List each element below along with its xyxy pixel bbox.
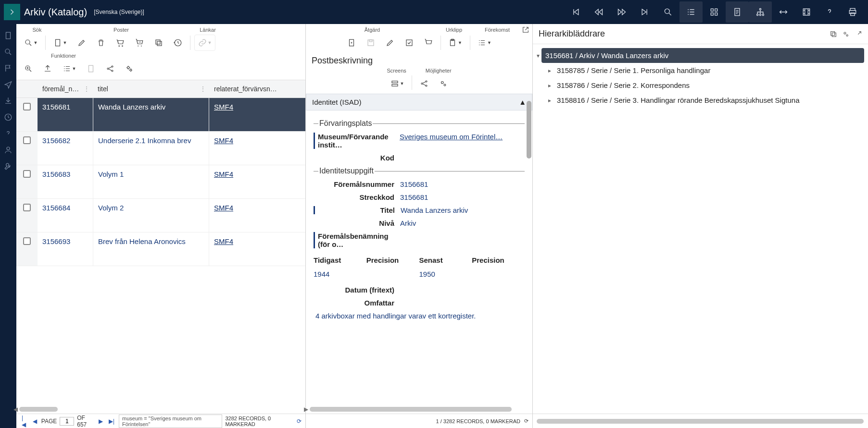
rel-link[interactable]: SMF4 bbox=[214, 103, 233, 111]
mid-share-button[interactable] bbox=[416, 75, 432, 92]
help-button[interactable] bbox=[818, 1, 841, 23]
settings-button[interactable] bbox=[121, 61, 138, 77]
nav-first-button[interactable] bbox=[564, 1, 587, 23]
copy-button[interactable] bbox=[151, 35, 167, 51]
popout-button[interactable] bbox=[522, 26, 529, 34]
mid-refresh-button[interactable]: ⟳ bbox=[524, 418, 528, 424]
value-museum[interactable]: Sveriges museum om Förintel… bbox=[400, 133, 503, 141]
table-row[interactable]: 3156693Brev från Helena AronovicsSMF4 bbox=[16, 232, 305, 266]
mid-occurrence-button[interactable]: ▼ bbox=[474, 35, 495, 51]
rail-help[interactable] bbox=[3, 129, 13, 138]
menu-toggle-button[interactable] bbox=[4, 4, 20, 20]
row-checkbox[interactable] bbox=[23, 103, 31, 110]
new-record-button[interactable]: ▼ bbox=[50, 35, 71, 51]
detail-view-button[interactable] bbox=[726, 1, 749, 23]
row-checkbox[interactable] bbox=[23, 170, 31, 178]
table-row[interactable]: 3156684Volym 2SMF4 bbox=[16, 199, 305, 232]
col-menu-icon[interactable]: ⋮ bbox=[83, 85, 90, 93]
rail-download[interactable] bbox=[3, 96, 13, 106]
mid-check-button[interactable] bbox=[401, 35, 417, 51]
rail-send[interactable] bbox=[3, 80, 13, 89]
zoom-in-button[interactable] bbox=[20, 61, 37, 77]
delete-button[interactable] bbox=[93, 35, 109, 51]
cart-add-button[interactable] bbox=[112, 35, 128, 51]
rail-document[interactable] bbox=[3, 31, 13, 40]
media-button[interactable] bbox=[795, 1, 818, 23]
tree-node-label: 3158785 / Serie / Serie 1. Personliga ha… bbox=[557, 66, 710, 74]
mid-cart-button[interactable] bbox=[420, 35, 437, 51]
row-checkbox[interactable] bbox=[23, 204, 31, 211]
grid-view-button[interactable] bbox=[703, 1, 726, 23]
rail-user[interactable] bbox=[3, 145, 13, 155]
rel-link[interactable]: SMF4 bbox=[214, 237, 233, 245]
table-row[interactable]: 3156681Wanda Lanzers arkivSMF4 bbox=[16, 98, 305, 132]
search-button[interactable] bbox=[656, 1, 679, 23]
filter-expression[interactable]: museum = "Sveriges museum om Förintelsen… bbox=[119, 415, 222, 428]
share-button[interactable] bbox=[102, 61, 118, 77]
hierarchy-view-button[interactable] bbox=[749, 1, 772, 23]
document-icon bbox=[732, 7, 742, 17]
rel-link[interactable]: SMF4 bbox=[214, 170, 233, 178]
cell-title: Brev från Helena Aronovics bbox=[93, 232, 209, 266]
tree-child-node[interactable]: ▸3158786 / Serie / Serie 2. Korresponden… bbox=[544, 78, 864, 93]
col-rel[interactable]: relaterat_förvärvsn… bbox=[209, 80, 305, 98]
mid-edit-button[interactable] bbox=[382, 35, 398, 51]
page-next-button[interactable]: ▶ bbox=[97, 418, 104, 425]
tree-child-node[interactable]: ▸3158785 / Serie / Serie 1. Personliga h… bbox=[544, 63, 864, 78]
history-button[interactable] bbox=[170, 35, 186, 51]
svg-rect-35 bbox=[392, 81, 398, 83]
export-button[interactable] bbox=[39, 61, 56, 77]
mid-settings-button[interactable] bbox=[435, 75, 452, 92]
col-menu-icon[interactable]: ⋮ bbox=[200, 85, 206, 93]
caret-right-icon[interactable]: ▸ bbox=[548, 67, 554, 74]
row-checkbox[interactable] bbox=[23, 237, 31, 245]
col-title[interactable]: titel⋮ bbox=[93, 80, 209, 98]
page-input[interactable] bbox=[60, 417, 74, 426]
grid-body[interactable]: 3156681Wanda Lanzers arkivSMF43156682Und… bbox=[16, 98, 305, 405]
hier-popout-button[interactable] bbox=[830, 30, 837, 38]
edit-button[interactable] bbox=[74, 35, 90, 51]
nav-next-button[interactable] bbox=[610, 1, 633, 23]
rel-link[interactable]: SMF4 bbox=[214, 204, 233, 212]
page-prev-button[interactable]: ◀ bbox=[31, 418, 38, 425]
help-icon bbox=[4, 129, 13, 138]
col-id[interactable]: föremål_n…⋮ bbox=[38, 80, 93, 98]
horizontal-scrollbar[interactable]: ◀▶ bbox=[16, 405, 305, 414]
rail-flag[interactable] bbox=[3, 63, 13, 73]
mid-horizontal-scrollbar[interactable] bbox=[306, 405, 532, 414]
rel-link[interactable]: SMF4 bbox=[214, 136, 233, 145]
print-button[interactable] bbox=[841, 1, 864, 23]
forward-icon bbox=[617, 7, 627, 17]
swap-button[interactable] bbox=[772, 1, 795, 23]
hier-settings-button[interactable] bbox=[842, 30, 850, 38]
hier-expand-button[interactable] bbox=[855, 30, 862, 38]
screens-button[interactable]: ▼ bbox=[387, 75, 408, 92]
page-last-button[interactable]: ▶| bbox=[107, 418, 116, 425]
cart-remove-button[interactable] bbox=[131, 35, 148, 51]
page-first-button[interactable]: |◀ bbox=[20, 415, 28, 428]
list-options-button[interactable]: ▼ bbox=[59, 61, 80, 77]
table-row[interactable]: 3156682Underserie 2.1 Inkomna brevSMF4 bbox=[16, 132, 305, 165]
nav-prev-button[interactable] bbox=[587, 1, 610, 23]
caret-right-icon[interactable]: ▸ bbox=[548, 82, 554, 89]
nav-last-button[interactable] bbox=[633, 1, 656, 23]
table-row[interactable]: 3156683Volym 1SMF4 bbox=[16, 165, 305, 199]
vertical-scrollbar[interactable] bbox=[527, 101, 531, 409]
right-horizontal-scrollbar[interactable] bbox=[533, 414, 868, 428]
wrench-icon bbox=[4, 162, 13, 171]
rail-search[interactable] bbox=[3, 47, 13, 57]
search-tool-button[interactable]: ▼ bbox=[20, 35, 41, 51]
row-checkbox[interactable] bbox=[23, 136, 31, 144]
rail-clock[interactable] bbox=[3, 112, 13, 122]
tree-root-node[interactable]: 3156681 / Arkiv / Wanda Lanzers arkiv bbox=[541, 48, 864, 63]
section-header-identitet[interactable]: Identitet (ISAD) ▲ bbox=[306, 94, 532, 110]
tree-root-label: 3156681 / Arkiv / Wanda Lanzers arkiv bbox=[545, 51, 668, 60]
caret-down-icon[interactable]: ▾ bbox=[537, 52, 540, 59]
mid-new-button[interactable] bbox=[343, 35, 360, 51]
rail-settings[interactable] bbox=[3, 161, 13, 171]
caret-right-icon[interactable]: ▸ bbox=[548, 97, 554, 104]
tree-child-node[interactable]: ▸3158816 / Serie / Serie 3. Handlingar r… bbox=[544, 93, 864, 108]
refresh-button[interactable]: ⟳ bbox=[297, 418, 302, 425]
mid-clipboard-button[interactable]: ▼ bbox=[445, 35, 466, 51]
list-view-button[interactable] bbox=[679, 1, 703, 23]
